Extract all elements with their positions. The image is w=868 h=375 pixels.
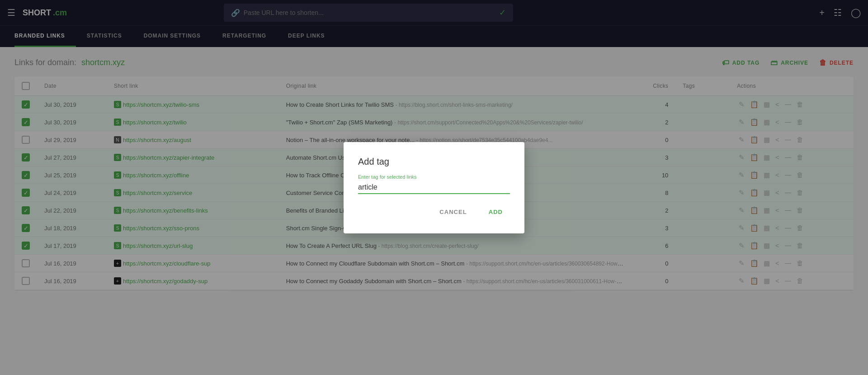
cancel-button[interactable]: CANCEL [432, 205, 474, 219]
add-button[interactable]: ADD [481, 205, 510, 219]
add-tag-modal: Add tag Enter tag for selected links CAN… [344, 142, 524, 233]
modal-title: Add tag [358, 157, 510, 167]
tag-input[interactable] [358, 178, 510, 194]
modal-actions: CANCEL ADD [358, 205, 510, 219]
modal-overlay[interactable]: Add tag Enter tag for selected links CAN… [0, 0, 868, 375]
modal-input-group: Enter tag for selected links [358, 178, 510, 194]
modal-input-label: Enter tag for selected links [358, 174, 417, 180]
